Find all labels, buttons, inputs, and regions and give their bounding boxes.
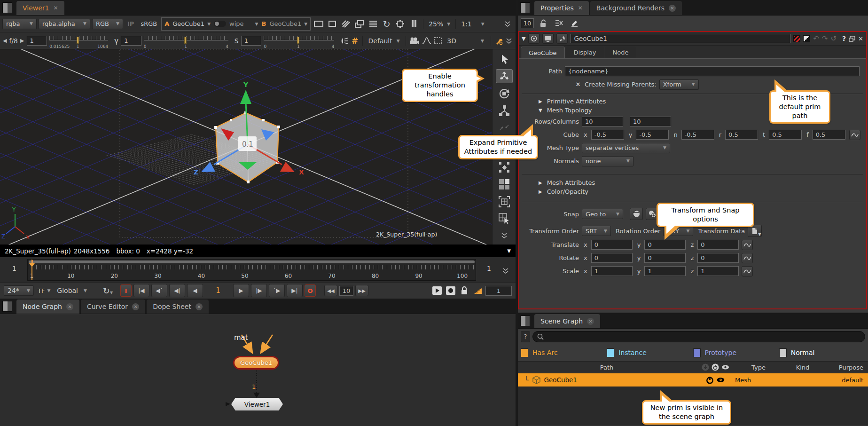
layer-dropdown[interactable]: rgba▼ (2, 19, 37, 29)
collapse-panel-icon[interactable]: ▼ (522, 36, 525, 42)
crop-icon[interactable] (326, 18, 338, 30)
rotate-tool[interactable] (496, 87, 513, 100)
wipe-toggle[interactable] (214, 21, 226, 27)
animation-curve-button[interactable] (742, 240, 753, 250)
skip-back-button[interactable]: ◀◀ (324, 285, 337, 296)
flipbook-icon[interactable] (431, 285, 443, 297)
center-node-icon[interactable] (528, 33, 540, 44)
column-path[interactable]: Path (518, 364, 696, 371)
translate-tool[interactable] (496, 69, 513, 83)
tab-background-renders[interactable]: Background Renders✕ (590, 1, 682, 15)
mesh-type-dropdown[interactable]: separate vertices▼ (582, 143, 670, 153)
cube-y-input[interactable]: -0.5 (636, 130, 669, 140)
play-forward-button[interactable]: ▶ (233, 284, 249, 297)
frame-range-dropdown[interactable]: Global▼ (54, 287, 90, 294)
collapse-toolbar-icon[interactable] (501, 18, 513, 30)
snap-dropdown[interactable]: Geo to▼ (582, 209, 623, 219)
next-fstop-icon[interactable]: ▶ (20, 38, 24, 44)
wipe-mode-dropdown[interactable]: wipe▼ (229, 20, 258, 27)
cube-r-input[interactable]: 0.5 (725, 130, 758, 140)
create-missing-parents-checkbox[interactable]: ✕ (574, 81, 582, 88)
prev-keyframe-button[interactable]: ◀˙ (151, 284, 167, 297)
load-state-icon[interactable] (702, 363, 709, 371)
node-name-input[interactable]: GeoCube1 (571, 34, 790, 43)
collapse-toolbar-icon[interactable] (506, 35, 513, 47)
tab-scene-graph[interactable]: Scene Graph✕ (534, 314, 600, 328)
redo-icon[interactable]: ↷ (822, 34, 828, 43)
scale-y-input[interactable]: 1 (644, 266, 686, 276)
ramp-icon[interactable] (472, 285, 484, 297)
tab-node-graph[interactable]: Node Graph✕ (16, 300, 79, 314)
timeline-ruler[interactable]: 1102030405060708090100 1 (27, 259, 476, 281)
tab-geocube[interactable]: GeoCube (521, 47, 565, 58)
node-graph-canvas[interactable]: mat 1 GeoCube1 Viewer1 (0, 315, 516, 426)
layers-icon[interactable] (353, 18, 365, 30)
out-point-button[interactable]: O (305, 284, 316, 297)
viewer-lut-dropdown[interactable]: sRGB (138, 20, 159, 27)
gl-color-swatch[interactable] (803, 35, 810, 42)
active-state-icon[interactable] (712, 363, 719, 371)
animation-curve-button[interactable] (742, 253, 753, 263)
alpha-layer-dropdown[interactable]: rgba.alpha▼ (39, 19, 90, 29)
ip-toggle[interactable]: IP (125, 20, 136, 27)
scale-tool[interactable] (496, 103, 513, 117)
channels-dropdown[interactable]: RGB▼ (92, 19, 123, 29)
prim-active-icon[interactable] (706, 376, 714, 384)
wrench-icon[interactable] (556, 33, 568, 44)
columns-input[interactable]: 10 (630, 117, 671, 126)
expander-expanded-icon[interactable]: ▼ (539, 108, 542, 113)
prev-fstop-icon[interactable]: ◀ (3, 38, 7, 44)
transform-mode-icon[interactable] (496, 121, 513, 134)
undo-icon[interactable]: ↶ (813, 34, 819, 43)
gamma-input[interactable]: 1 (121, 36, 141, 46)
select-tool[interactable] (496, 52, 513, 66)
xform-dropdown[interactable]: Xform▼ (659, 79, 699, 90)
node-viewer1[interactable]: Viewer1 (231, 398, 283, 410)
camera-icon[interactable] (409, 35, 420, 47)
frame-increment-input[interactable]: 10 (339, 286, 353, 296)
close-icon[interactable]: ✕ (132, 303, 139, 310)
vertex-select-icon[interactable] (496, 160, 513, 174)
search-input[interactable] (532, 331, 865, 342)
pane-split-icon[interactable] (2, 301, 12, 312)
eyedropper-icon[interactable] (495, 35, 503, 47)
wipe-hatch-icon[interactable] (340, 18, 352, 30)
viewer-mode-dropdown[interactable]: 3D▼ (444, 37, 487, 45)
cube-f-input[interactable]: 0.5 (813, 130, 845, 140)
cube-t-input[interactable]: 0.5 (769, 130, 802, 140)
tab-dope-sheet[interactable]: Dope Sheet✕ (147, 300, 209, 314)
node-color-swatch[interactable] (793, 35, 800, 42)
column-type[interactable]: Type (735, 364, 782, 371)
help-button[interactable]: ? (842, 35, 846, 42)
zoom-level-dropdown[interactable]: 25%▼ (427, 20, 452, 28)
input-a-dropdown[interactable]: GeoCube1▼ (172, 20, 211, 27)
timeline-scrollbar[interactable] (29, 260, 475, 263)
expander-collapsed-icon[interactable]: ▶ (539, 180, 542, 185)
monitor-icon[interactable] (542, 33, 554, 44)
rotate-x-input[interactable]: 0 (591, 253, 633, 263)
playback-mode-icon[interactable]: ↻▼ (102, 285, 114, 297)
tab-node[interactable]: Node (605, 47, 636, 58)
snap-geo-button[interactable] (630, 208, 643, 220)
close-icon[interactable]: ✕ (578, 5, 583, 11)
timeline-collapse-icon[interactable] (502, 268, 509, 274)
column-purpose[interactable]: Purpose (823, 364, 868, 371)
format-frame-icon[interactable] (313, 18, 324, 30)
translate-x-input[interactable]: 0 (591, 240, 633, 250)
saturation-slider[interactable]: 0 1 4 (264, 34, 334, 48)
group-mesh-attributes[interactable]: ▶Mesh Attributes (539, 179, 866, 186)
translate-z-input[interactable]: 0 (697, 240, 739, 250)
normals-dropdown[interactable]: none▼ (582, 156, 633, 166)
tab-viewer1[interactable]: Viewer1 ✕ (16, 1, 64, 15)
tab-curve-editor[interactable]: Curve Editor✕ (81, 300, 145, 314)
pane-split-icon[interactable] (2, 2, 12, 13)
pause-icon[interactable] (408, 18, 420, 30)
gamma-slider[interactable]: 0 1 4 (144, 34, 228, 48)
scale-x-input[interactable]: 1 (591, 266, 633, 276)
close-all-panels-icon[interactable] (553, 17, 565, 29)
lasso-select-icon[interactable] (496, 212, 513, 225)
expander-collapsed-icon[interactable]: ▶ (539, 189, 542, 194)
play-backward-button[interactable]: ◀ (187, 284, 203, 297)
playhead[interactable]: 1 (31, 260, 32, 280)
pane-split-icon[interactable] (520, 2, 530, 13)
